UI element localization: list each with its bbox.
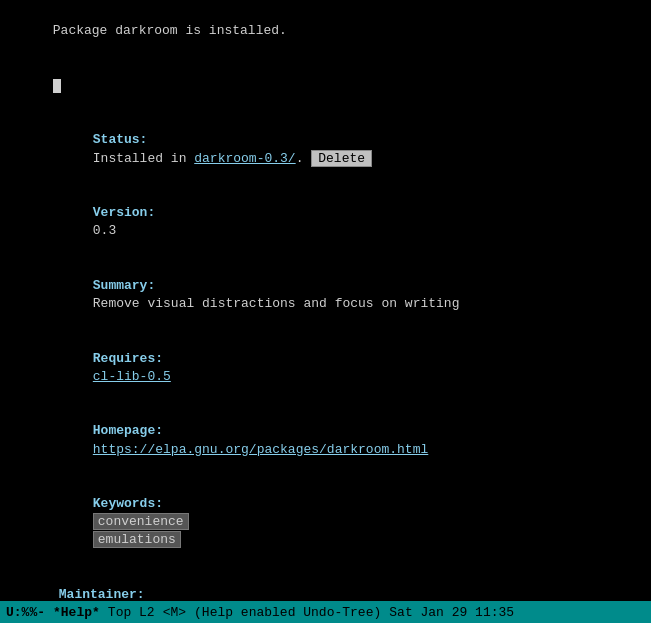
status-link[interactable]: darkroom-0.3/ — [194, 151, 295, 166]
extra-mode: (Help enabled Undo-Tree) — [194, 605, 381, 620]
maintainer-line: Maintainer: João Távora <joaotavora@gmai… — [6, 568, 645, 601]
terminal-window: Package darkroom is installed. Status: I… — [0, 0, 651, 623]
datetime: Sat Jan 29 11:35 — [389, 605, 514, 620]
homepage-line: Homepage: https://elpa.gnu.org/packages/… — [6, 404, 645, 477]
version-label: Version: — [93, 205, 155, 220]
delete-button[interactable]: Delete — [311, 150, 372, 167]
keywords-line: Keywords: convenience emulations — [6, 477, 645, 568]
summary-value: Remove visual distractions and focus on … — [93, 296, 460, 311]
cursor-line — [6, 59, 645, 114]
status-line: Status: Installed in darkroom-0.3/. Dele… — [6, 113, 645, 186]
requires-label: Requires: — [93, 351, 163, 366]
keyword-emulations[interactable]: emulations — [93, 531, 181, 548]
version-line: Version: 0.3 — [6, 186, 645, 259]
buffer-name: *Help* — [53, 605, 100, 620]
summary-label: Summary: — [93, 278, 155, 293]
requires-line: Requires: cl-lib-0.5 — [6, 331, 645, 404]
status-period: . — [296, 151, 312, 166]
status-installed: Installed in — [93, 151, 194, 166]
requires-link[interactable]: cl-lib-0.5 — [93, 369, 171, 384]
status-bar: U:%%- *Help* Top L2 <M> (Help enabled Un… — [0, 601, 651, 623]
keyword-convenience[interactable]: convenience — [93, 513, 189, 530]
homepage-label: Homepage: — [93, 423, 163, 438]
homepage-link[interactable]: https://elpa.gnu.org/packages/darkroom.h… — [93, 442, 428, 457]
header-line: Package darkroom is installed. — [6, 4, 645, 59]
keywords-label: Keywords: — [93, 496, 163, 511]
maintainer-label: Maintainer: — [59, 587, 145, 601]
content-area: Package darkroom is installed. Status: I… — [0, 0, 651, 601]
header-text: Package darkroom is installed. — [53, 23, 287, 38]
position-indicator: Top L2 — [108, 605, 155, 620]
summary-line: Summary: Remove visual distractions and … — [6, 259, 645, 332]
cursor — [53, 79, 61, 93]
mode-m: <M> — [163, 605, 186, 620]
mode-indicator: U:%%- — [6, 605, 45, 620]
status-label: Status: — [93, 132, 148, 147]
version-value: 0.3 — [93, 223, 116, 238]
